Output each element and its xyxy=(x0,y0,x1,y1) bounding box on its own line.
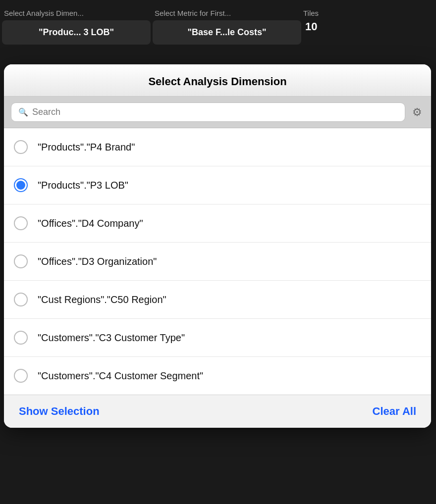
list-item[interactable]: "Offices"."D3 Organization" xyxy=(4,243,431,281)
list-item[interactable]: "Customers"."C4 Customer Segment" xyxy=(4,357,431,395)
list-item[interactable]: "Cust Regions"."C50 Region" xyxy=(4,281,431,319)
clear-all-button[interactable]: Clear All xyxy=(373,405,416,418)
gear-button[interactable]: ⚙ xyxy=(410,104,424,121)
tiles-value: 10 xyxy=(303,20,319,33)
search-input-wrap: 🔍 xyxy=(11,102,405,122)
analysis-dimension-label: Select Analysis Dimen... xyxy=(2,9,151,17)
list-item[interactable]: "Offices"."D4 Company" xyxy=(4,204,431,243)
radio-button[interactable] xyxy=(14,178,28,192)
search-icon: 🔍 xyxy=(18,107,28,117)
analysis-dimension-button[interactable]: "Produc... 3 LOB" xyxy=(2,20,151,45)
show-selection-button[interactable]: Show Selection xyxy=(19,405,100,418)
radio-inner xyxy=(16,181,25,190)
radio-button[interactable] xyxy=(14,369,28,383)
search-area: 🔍 ⚙ xyxy=(4,97,431,128)
option-label: "Cust Regions"."C50 Region" xyxy=(38,294,166,305)
radio-button[interactable] xyxy=(14,293,28,306)
radio-button[interactable] xyxy=(14,140,28,154)
tiles-column: Tiles 10 xyxy=(303,9,319,33)
modal-title: Select Analysis Dimension xyxy=(14,75,421,88)
list-item[interactable]: "Products"."P3 LOB" xyxy=(4,166,431,204)
radio-button[interactable] xyxy=(14,216,28,230)
metric-label: Select Metric for First... xyxy=(153,9,301,17)
modal-footer: Show Selection Clear All xyxy=(4,395,431,428)
option-label: "Products"."P3 LOB" xyxy=(38,180,128,191)
option-label: "Offices"."D4 Company" xyxy=(38,218,143,229)
radio-button[interactable] xyxy=(14,331,28,345)
radio-button[interactable] xyxy=(14,254,28,268)
analysis-dimension-column: Select Analysis Dimen... "Produc... 3 LO… xyxy=(2,9,151,45)
option-label: "Customers"."C3 Customer Type" xyxy=(38,332,185,344)
metric-column: Select Metric for First... "Base F...le … xyxy=(153,9,301,45)
metric-button[interactable]: "Base F...le Costs" xyxy=(153,20,301,45)
option-label: "Offices"."D3 Organization" xyxy=(38,256,157,267)
list-item[interactable]: "Products"."P4 Brand" xyxy=(4,128,431,166)
top-bar: Select Analysis Dimen... "Produc... 3 LO… xyxy=(0,0,436,69)
option-label: "Products"."P4 Brand" xyxy=(38,142,135,153)
search-input[interactable] xyxy=(32,107,398,117)
tiles-label: Tiles xyxy=(303,9,319,17)
modal-title-area: Select Analysis Dimension xyxy=(4,64,431,97)
option-label: "Customers"."C4 Customer Segment" xyxy=(38,370,203,382)
options-list: "Products"."P4 Brand""Products"."P3 LOB"… xyxy=(4,128,431,395)
modal-panel: Select Analysis Dimension 🔍 ⚙ "Products"… xyxy=(4,64,431,428)
list-item[interactable]: "Customers"."C3 Customer Type" xyxy=(4,319,431,357)
